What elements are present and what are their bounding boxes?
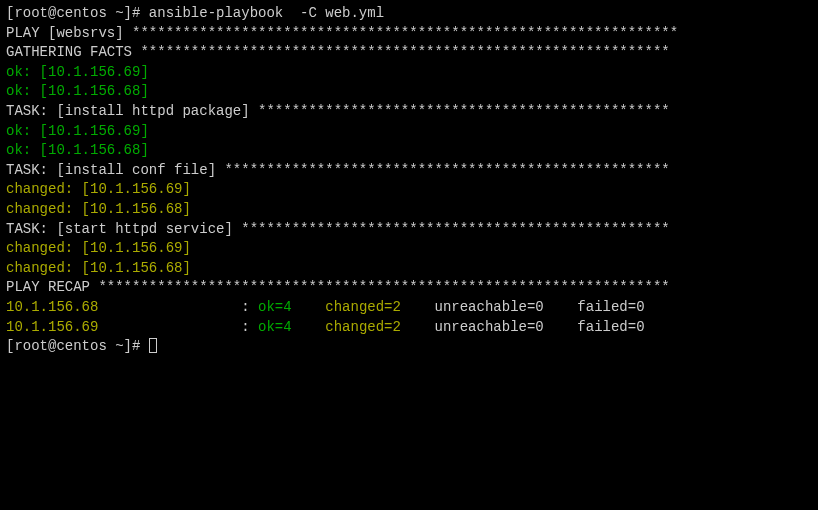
recap-pad <box>98 319 232 335</box>
terminal-line-prompt[interactable]: [root@centos ~]# <box>6 337 812 357</box>
recap-sep <box>292 319 326 335</box>
task-header: TASK: [install httpd package] **********… <box>6 102 812 122</box>
task-header: TASK: [start httpd service] ************… <box>6 220 812 240</box>
recap-sep <box>544 299 578 315</box>
prompt: [root@centos ~]# <box>6 5 149 21</box>
ok-host-line: ok: [10.1.156.68] <box>6 141 812 161</box>
recap-ok: ok=4 <box>258 319 292 335</box>
changed-host-line: changed: [10.1.156.68] <box>6 200 812 220</box>
recap-ok: ok=4 <box>258 299 292 315</box>
changed-host-line: changed: [10.1.156.69] <box>6 239 812 259</box>
recap-sep <box>645 319 670 335</box>
play-header: PLAY [websrvs] *************************… <box>6 24 812 44</box>
changed-host-line: changed: [10.1.156.69] <box>6 180 812 200</box>
task-header: TASK: [install conf file] **************… <box>6 161 812 181</box>
ok-host-line: ok: [10.1.156.69] <box>6 122 812 142</box>
recap-sep <box>645 299 670 315</box>
terminal-line-command: [root@centos ~]# ansible-playbook -C web… <box>6 4 812 24</box>
recap-colon: : <box>233 299 258 315</box>
recap-sep <box>544 319 578 335</box>
cursor-icon <box>149 338 157 353</box>
recap-row: 10.1.156.68 : ok=4 changed=2 unreachable… <box>6 298 812 318</box>
recap-failed: failed=0 <box>577 319 644 335</box>
recap-changed: changed=2 <box>325 319 401 335</box>
recap-host: 10.1.156.69 <box>6 319 98 335</box>
recap-unreachable: unreachable=0 <box>435 299 544 315</box>
recap-failed: failed=0 <box>577 299 644 315</box>
recap-row: 10.1.156.69 : ok=4 changed=2 unreachable… <box>6 318 812 338</box>
recap-changed: changed=2 <box>325 299 401 315</box>
recap-sep <box>401 319 435 335</box>
gathering-facts-header: GATHERING FACTS ************************… <box>6 43 812 63</box>
recap-sep <box>292 299 326 315</box>
recap-sep <box>401 299 435 315</box>
ok-host-line: ok: [10.1.156.68] <box>6 82 812 102</box>
recap-colon: : <box>233 319 258 335</box>
recap-pad <box>98 299 232 315</box>
command-text: ansible-playbook -C web.yml <box>149 5 384 21</box>
recap-host: 10.1.156.68 <box>6 299 98 315</box>
changed-host-line: changed: [10.1.156.68] <box>6 259 812 279</box>
ok-host-line: ok: [10.1.156.69] <box>6 63 812 83</box>
play-recap-header: PLAY RECAP *****************************… <box>6 278 812 298</box>
prompt: [root@centos ~]# <box>6 338 149 354</box>
recap-unreachable: unreachable=0 <box>435 319 544 335</box>
